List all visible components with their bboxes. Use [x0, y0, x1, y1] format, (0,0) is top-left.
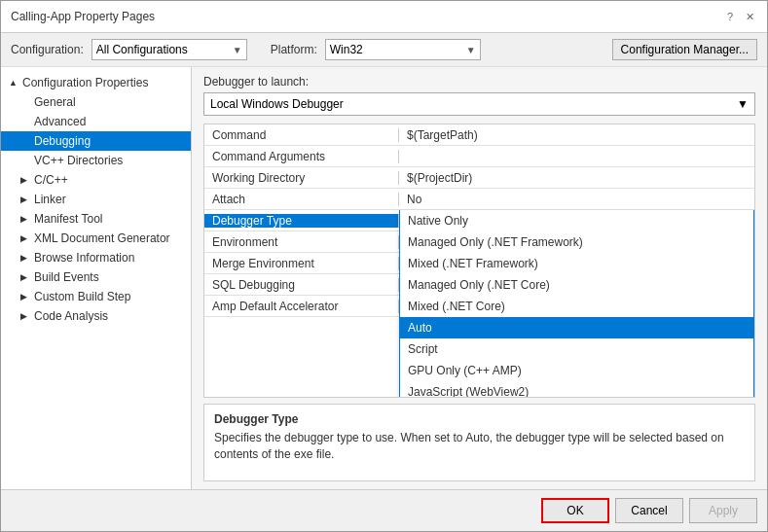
- property-pages-dialog: Calling-App Property Pages ? ✕ Configura…: [0, 0, 768, 532]
- sidebar-item-label: VC++ Directories: [34, 154, 123, 167]
- platform-dropdown-arrow: ▼: [466, 45, 476, 55]
- grid-cell-property-name: Debugger Type: [204, 214, 399, 228]
- description-text: Specifies the debugger type to use. When…: [214, 430, 745, 463]
- chevron-icon: ▶: [20, 272, 30, 282]
- chevron-icon: ▶: [20, 292, 30, 301]
- grid-cell-property-name: Merge Environment: [204, 257, 399, 270]
- sidebar-item-build-events[interactable]: ▶Build Events: [1, 267, 191, 287]
- grid-row[interactable]: Command$(TargetPath): [204, 124, 754, 146]
- description-title: Debugger Type: [214, 412, 745, 426]
- title-bar: Calling-App Property Pages ? ✕: [1, 1, 767, 33]
- chevron-icon: ▶: [20, 214, 30, 224]
- footer: OK Cancel Apply: [1, 489, 767, 531]
- sidebar-item-label: Custom Build Step: [34, 290, 130, 303]
- sidebar-item-advanced[interactable]: Advanced: [1, 112, 191, 131]
- description-panel: Debugger Type Specifies the debugger typ…: [203, 404, 755, 481]
- grid-cell-property-name: Command: [204, 128, 399, 142]
- grid-cell-property-name: Attach: [204, 193, 399, 206]
- sidebar-item-label: Configuration Properties: [22, 76, 148, 89]
- chevron-icon: ▶: [20, 233, 30, 243]
- sidebar-item-label: Browse Information: [34, 251, 134, 265]
- grid-cell-property-name: Environment: [204, 235, 399, 249]
- debugger-type-dropdown-overlay: Native OnlyManaged Only (.NET Framework)…: [399, 210, 754, 398]
- platform-value: Win32: [330, 43, 363, 56]
- grid-cell-property-name: SQL Debugging: [204, 278, 399, 292]
- sidebar-item-label: XML Document Generator: [34, 231, 170, 245]
- dropdown-option[interactable]: Managed Only (.NET Core): [400, 274, 753, 296]
- debugger-launch-value: Local Windows Debugger: [210, 97, 344, 111]
- sidebar-item-label: General: [34, 95, 76, 109]
- close-button[interactable]: ✕: [742, 9, 757, 24]
- title-bar-buttons: ? ✕: [722, 9, 757, 24]
- sidebar-item-label: Code Analysis: [34, 309, 108, 323]
- grid-row[interactable]: Command Arguments: [204, 146, 754, 167]
- debugger-launch-dropdown[interactable]: Local Windows Debugger ▼: [203, 92, 755, 116]
- sidebar: ▲Configuration PropertiesGeneralAdvanced…: [1, 67, 192, 489]
- debugger-launch-label: Debugger to launch:: [203, 75, 755, 89]
- sidebar-item-label: Build Events: [34, 270, 99, 284]
- main-content: ▲Configuration PropertiesGeneralAdvanced…: [1, 67, 767, 489]
- sidebar-item-c-cpp[interactable]: ▶C/C++: [1, 170, 191, 190]
- grid-cell-property-name: Command Arguments: [204, 150, 399, 163]
- configuration-dropdown-arrow: ▼: [233, 45, 242, 55]
- sidebar-section: ▲Configuration PropertiesGeneralAdvanced…: [1, 71, 191, 328]
- debugger-launch-arrow: ▼: [737, 97, 749, 111]
- sidebar-item-vc-directories[interactable]: VC++ Directories: [1, 151, 191, 170]
- properties-grid: Command$(TargetPath)Command ArgumentsWor…: [203, 124, 755, 398]
- grid-cell-property-value: No: [399, 193, 754, 206]
- dropdown-option[interactable]: GPU Only (C++ AMP): [400, 360, 753, 381]
- configuration-dropdown[interactable]: All Configurations ▼: [91, 39, 247, 60]
- grid-cell-property-name: Working Directory: [204, 171, 399, 185]
- configuration-value: All Configurations: [96, 43, 188, 56]
- sidebar-item-custom-build-step[interactable]: ▶Custom Build Step: [1, 287, 191, 306]
- grid-cell-property-value: $(TargetPath): [399, 128, 754, 142]
- cancel-button[interactable]: Cancel: [615, 498, 683, 523]
- grid-cell-property-name: Amp Default Accelerator: [204, 300, 399, 313]
- chevron-icon: ▶: [20, 195, 30, 204]
- configuration-manager-button[interactable]: Configuration Manager...: [612, 39, 757, 60]
- apply-button[interactable]: Apply: [689, 498, 757, 523]
- right-panel: Debugger to launch: Local Windows Debugg…: [192, 67, 767, 489]
- sidebar-item-xml-document-generator[interactable]: ▶XML Document Generator: [1, 229, 191, 248]
- dropdown-option[interactable]: JavaScript (WebView2): [400, 381, 753, 398]
- configuration-label: Configuration:: [11, 43, 84, 56]
- platform-label: Platform:: [271, 43, 317, 56]
- sidebar-item-debugging[interactable]: Debugging: [1, 131, 191, 151]
- sidebar-item-code-analysis[interactable]: ▶Code Analysis: [1, 306, 191, 326]
- chevron-icon: ▶: [20, 311, 30, 321]
- sidebar-item-browse-information[interactable]: ▶Browse Information: [1, 248, 191, 267]
- grid-cell-property-value: $(ProjectDir): [399, 171, 754, 185]
- ok-button[interactable]: OK: [541, 498, 609, 523]
- sidebar-item-label: C/C++: [34, 173, 68, 187]
- dialog-title: Calling-App Property Pages: [11, 10, 155, 23]
- debugger-dropdown-container: Local Windows Debugger ▼: [203, 92, 755, 116]
- sidebar-item-manifest-tool[interactable]: ▶Manifest Tool: [1, 209, 191, 229]
- dropdown-option[interactable]: Mixed (.NET Framework): [400, 253, 753, 274]
- grid-row[interactable]: AttachNo: [204, 189, 754, 210]
- dropdown-option[interactable]: Native Only: [400, 210, 753, 231]
- chevron-icon: ▶: [20, 175, 30, 185]
- sidebar-item-label: Manifest Tool: [34, 212, 102, 226]
- sidebar-item-configuration-properties[interactable]: ▲Configuration Properties: [1, 73, 191, 92]
- sidebar-item-label: Advanced: [34, 115, 86, 128]
- help-button[interactable]: ?: [722, 9, 738, 24]
- dropdown-option[interactable]: Auto: [400, 317, 753, 338]
- dropdown-option[interactable]: Mixed (.NET Core): [400, 296, 753, 317]
- chevron-icon: ▲: [9, 78, 18, 88]
- dropdown-option[interactable]: Script: [400, 338, 753, 360]
- config-row: Configuration: All Configurations ▼ Plat…: [1, 33, 767, 67]
- sidebar-item-linker[interactable]: ▶Linker: [1, 190, 191, 209]
- dropdown-option[interactable]: Managed Only (.NET Framework): [400, 231, 753, 253]
- sidebar-item-label: Debugging: [34, 134, 91, 148]
- sidebar-item-label: Linker: [34, 193, 66, 206]
- sidebar-item-general[interactable]: General: [1, 92, 191, 112]
- platform-dropdown[interactable]: Win32 ▼: [325, 39, 481, 60]
- chevron-icon: ▶: [20, 253, 30, 263]
- grid-row[interactable]: Working Directory$(ProjectDir): [204, 167, 754, 189]
